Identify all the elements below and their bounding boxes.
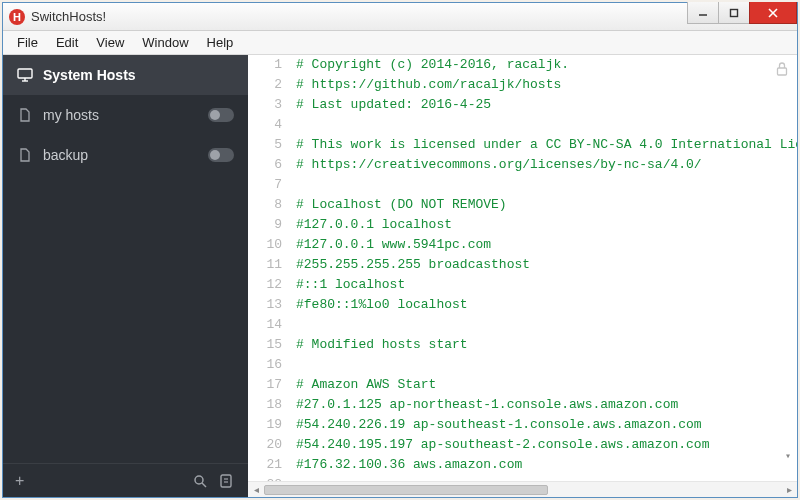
code-line: 18#27.0.1.125 ap-northeast-1.console.aws… [248,395,797,415]
code-line: 7 [248,175,797,195]
line-number: 15 [248,335,296,355]
line-text: #::1 localhost [296,275,405,295]
code-line: 9#127.0.0.1 localhost [248,215,797,235]
sidebar: System Hosts my hosts backup + [3,55,248,497]
scroll-down-arrow[interactable]: ▾ [781,449,795,463]
window-controls [688,3,797,30]
code-line: 5# This work is licensed under a CC BY-N… [248,135,797,155]
line-number: 13 [248,295,296,315]
toggle-switch[interactable] [208,108,234,122]
app-icon: H [9,9,25,25]
toggle-switch[interactable] [208,148,234,162]
sidebar-footer: + [3,463,248,497]
sidebar-item-label: my hosts [43,107,208,123]
line-number: 1 [248,55,296,75]
code-line: 13#fe80::1%lo0 localhost [248,295,797,315]
code-line: 15# Modified hosts start [248,335,797,355]
line-number: 9 [248,215,296,235]
line-text: #fe80::1%lo0 localhost [296,295,468,315]
line-number: 19 [248,415,296,435]
code-line: 16 [248,355,797,375]
line-text: #27.0.1.125 ap-northeast-1.console.aws.a… [296,395,678,415]
line-text: #54.240.195.197 ap-southeast-2.console.a… [296,435,709,455]
maximize-button[interactable] [718,2,750,24]
code-area[interactable]: 1# Copyright (c) 2014-2016, racaljk.2# h… [248,55,797,481]
code-line: 4 [248,115,797,135]
line-text: # Copyright (c) 2014-2016, racaljk. [296,55,569,75]
svg-point-7 [195,476,203,484]
menu-window[interactable]: Window [134,33,196,52]
line-number: 14 [248,315,296,335]
sidebar-item-backup[interactable]: backup [3,135,248,175]
line-text: #54.240.226.19 ap-southeast-1.console.aw… [296,415,702,435]
code-line: 11#255.255.255.255 broadcasthost [248,255,797,275]
line-number: 3 [248,95,296,115]
menu-view[interactable]: View [88,33,132,52]
code-line: 17# Amazon AWS Start [248,375,797,395]
svg-rect-9 [221,475,231,487]
line-text: # Last updated: 2016-4-25 [296,95,491,115]
line-number: 20 [248,435,296,455]
line-text: # Modified hosts start [296,335,468,355]
menubar: File Edit View Window Help [3,31,797,55]
line-text: #127.0.0.1 localhost [296,215,452,235]
scroll-right-arrow[interactable]: ▸ [781,483,797,497]
line-text: # https://github.com/racaljk/hosts [296,75,561,95]
line-number: 8 [248,195,296,215]
code-line: 8# Localhost (DO NOT REMOVE) [248,195,797,215]
titlebar: H SwitchHosts! [3,3,797,31]
sidebar-item-system-hosts[interactable]: System Hosts [3,55,248,95]
line-text: # https://creativecommons.org/licenses/b… [296,155,702,175]
line-number: 11 [248,255,296,275]
line-text: # Amazon AWS Start [296,375,436,395]
horizontal-scrollbar[interactable]: ◂ ▸ [248,481,797,497]
scroll-left-arrow[interactable]: ◂ [248,483,264,497]
line-number: 22 [248,475,296,481]
monitor-icon [17,68,33,82]
menu-help[interactable]: Help [199,33,242,52]
code-line: 22 [248,475,797,481]
code-line: 12#::1 localhost [248,275,797,295]
editor-pane: 1# Copyright (c) 2014-2016, racaljk.2# h… [248,55,797,497]
line-number: 18 [248,395,296,415]
svg-rect-1 [731,9,738,16]
scrollbar-track[interactable] [264,483,781,497]
line-number: 7 [248,175,296,195]
svg-rect-4 [18,69,32,78]
line-number: 6 [248,155,296,175]
line-number: 21 [248,455,296,475]
main-body: System Hosts my hosts backup + [3,55,797,497]
line-text: #127.0.0.1 www.5941pc.com [296,235,491,255]
search-icon[interactable] [190,474,210,488]
code-line: 1# Copyright (c) 2014-2016, racaljk. [248,55,797,75]
code-line: 19#54.240.226.19 ap-southeast-1.console.… [248,415,797,435]
line-text: # This work is licensed under a CC BY-NC… [296,135,797,155]
line-text: #255.255.255.255 broadcasthost [296,255,530,275]
svg-line-8 [202,483,206,487]
scrollbar-thumb[interactable] [264,485,548,495]
add-button[interactable]: + [15,472,184,490]
tasks-icon[interactable] [216,474,236,488]
line-number: 10 [248,235,296,255]
minimize-button[interactable] [687,2,719,24]
line-number: 4 [248,115,296,135]
menu-file[interactable]: File [9,33,46,52]
close-button[interactable] [749,2,797,24]
code-line: 21#176.32.100.36 aws.amazon.com [248,455,797,475]
code-line: 20#54.240.195.197 ap-southeast-2.console… [248,435,797,455]
menu-edit[interactable]: Edit [48,33,86,52]
line-number: 5 [248,135,296,155]
sidebar-item-label: backup [43,147,208,163]
sidebar-item-my-hosts[interactable]: my hosts [3,95,248,135]
line-number: 12 [248,275,296,295]
sidebar-item-label: System Hosts [43,67,234,83]
line-number: 16 [248,355,296,375]
code-line: 6# https://creativecommons.org/licenses/… [248,155,797,175]
code-line: 2# https://github.com/racaljk/hosts [248,75,797,95]
line-text: #176.32.100.36 aws.amazon.com [296,455,522,475]
window-title: SwitchHosts! [31,9,688,24]
code-line: 10#127.0.0.1 www.5941pc.com [248,235,797,255]
file-icon [17,108,33,122]
line-number: 2 [248,75,296,95]
line-text: # Localhost (DO NOT REMOVE) [296,195,507,215]
